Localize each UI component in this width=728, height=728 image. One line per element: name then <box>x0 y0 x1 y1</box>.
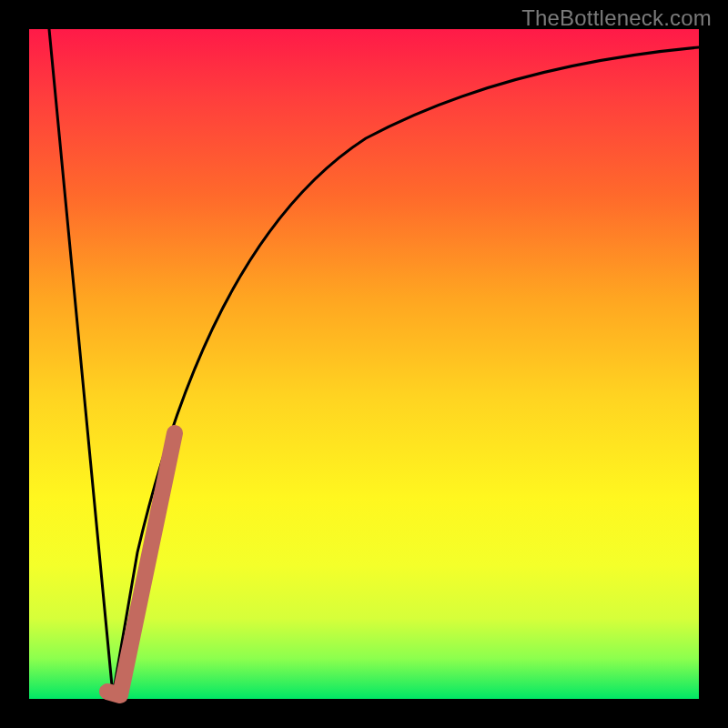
plot-area <box>29 29 699 699</box>
watermark-text: TheBottleneck.com <box>521 5 712 31</box>
highlight-segment-line <box>107 433 175 695</box>
chart-svg <box>29 29 699 699</box>
chart-frame: TheBottleneck.com <box>0 0 728 728</box>
